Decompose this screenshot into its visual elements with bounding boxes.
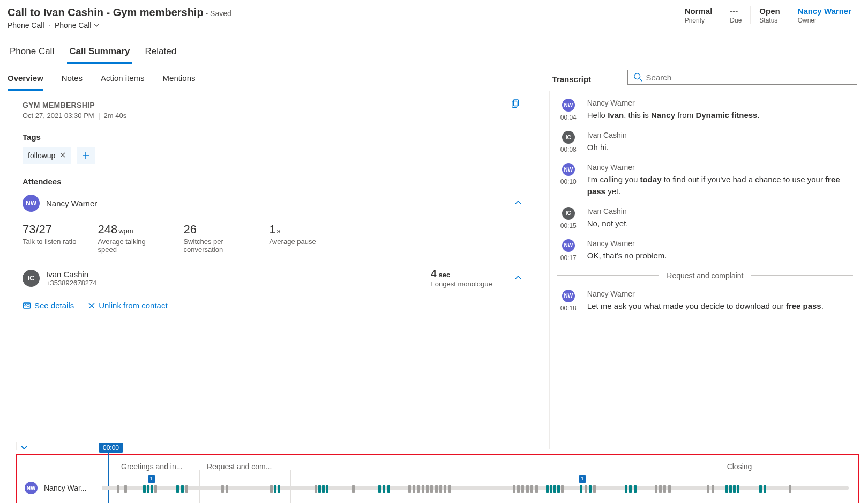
tab-phone-call[interactable]: Phone Call: [8, 44, 56, 64]
svg-point-0: [634, 73, 640, 79]
timeline-tick: [151, 485, 153, 493]
add-tag-button[interactable]: [77, 147, 95, 164]
transcript-entry[interactable]: IC 00:08 Ivan Cashin Oh hi.: [557, 131, 853, 153]
timeline-tick: [521, 485, 524, 493]
header-status-status[interactable]: OpenStatus: [751, 6, 789, 24]
timeline-tick: [712, 485, 714, 493]
header-status-due[interactable]: ---Due: [721, 6, 751, 24]
chevron-down-icon[interactable]: [93, 21, 100, 30]
expand-panel-button[interactable]: [16, 442, 32, 450]
timeline-segment-label: Greetings and in...: [121, 460, 207, 473]
transcript-time: 00:15: [560, 222, 577, 230]
overview-panel: GYM MEMBERSHIP Oct 27, 2021 03:30 PM | 2…: [8, 91, 550, 449]
timeline-tick: [387, 485, 390, 493]
transcript-entry[interactable]: IC 00:15 Ivan Cashin No, not yet.: [557, 207, 853, 230]
transcript-panel: NW 00:04 Nancy Warner Hello Ivan, this i…: [550, 91, 868, 449]
chevron-up-icon[interactable]: [514, 273, 522, 284]
close-icon[interactable]: [59, 151, 66, 160]
timeline-tick: [517, 485, 520, 493]
transcript-time: 00:08: [560, 146, 577, 153]
overview-subtabs: OverviewNotesAction itemsMentions: [0, 64, 547, 91]
timeline-tick: [655, 485, 657, 493]
transcript-speaker: Nancy Warner: [587, 290, 853, 298]
search-input[interactable]: [627, 70, 857, 85]
see-details-link[interactable]: See details: [23, 301, 74, 310]
close-icon: [88, 302, 95, 309]
unlink-contact-link[interactable]: Unlink from contact: [88, 301, 167, 310]
timeline-tick: [226, 485, 228, 493]
entity-breadcrumb[interactable]: Phone Call · Phone Call: [8, 21, 231, 30]
timeline-tick: [426, 485, 429, 493]
timeline-tick: [154, 485, 157, 493]
timeline-tick: [274, 485, 276, 493]
timeline-tick: [417, 485, 420, 493]
search-icon: [633, 72, 643, 82]
transcript-text: No, not yet.: [587, 218, 853, 230]
timeline-tick: [430, 485, 433, 493]
transcript-speaker: Ivan Cashin: [587, 207, 853, 216]
timeline-tick: [383, 485, 385, 493]
transcript-entry[interactable]: NW 00:10 Nancy Warner I'm calling you to…: [557, 163, 853, 197]
avatar: NW: [23, 195, 40, 212]
timeline-tick: [439, 485, 442, 493]
call-timeline[interactable]: 00:00 Greetings and in...Request and com…: [16, 454, 859, 503]
playhead[interactable]: [108, 453, 109, 503]
transcript-entry[interactable]: NW 00:18 Nancy Warner Let me ask you wha…: [557, 290, 853, 312]
timeline-tick: [147, 485, 149, 493]
transcript-text: I'm calling you today to find out if you…: [587, 174, 853, 197]
timeline-tick: [535, 485, 538, 493]
timeline-track[interactable]: 11: [102, 486, 849, 490]
search-field[interactable]: [646, 73, 851, 82]
transcript-text: Let me ask you what made you decide to d…: [587, 300, 853, 312]
timeline-marker[interactable]: 1: [579, 475, 586, 483]
timeline-tick: [725, 485, 728, 493]
transcript-text: OK, that's no problem.: [587, 250, 853, 262]
attendee-row[interactable]: NW Nancy Warner: [23, 195, 522, 212]
subtab-action-items[interactable]: Action items: [101, 73, 145, 91]
timeline-tick: [435, 485, 438, 493]
stat-card: 26Switches per conversation: [183, 223, 248, 254]
attendee-row[interactable]: IC Ivan Cashin +353892678274: [23, 270, 96, 287]
primary-tabs: Phone CallCall SummaryRelated: [0, 32, 868, 64]
timeline-marker[interactable]: 1: [148, 475, 155, 483]
timeline-tick: [181, 485, 184, 493]
transcript-heading: Transcript: [547, 65, 627, 90]
timeline-tick: [553, 485, 556, 493]
tab-call-summary[interactable]: Call Summary: [67, 44, 132, 64]
transcript-entry[interactable]: NW 00:04 Nancy Warner Hello Ivan, this i…: [557, 99, 853, 121]
subtab-overview[interactable]: Overview: [8, 73, 43, 91]
timeline-tick: [326, 485, 328, 493]
avatar: NW: [25, 482, 38, 494]
timeline-tick: [634, 485, 637, 493]
chevron-up-icon[interactable]: [514, 198, 522, 209]
subtab-notes[interactable]: Notes: [62, 73, 83, 91]
avatar: NW: [562, 99, 575, 112]
timeline-tick: [408, 485, 411, 493]
header-status-group: NormalPriority---DueOpenStatusNancy Warn…: [676, 6, 860, 24]
transcript-entry[interactable]: NW 00:17 Nancy Warner OK, that's no prob…: [557, 239, 853, 262]
segment-labels: Greetings and in...Request and com...Clo…: [121, 460, 849, 473]
subtab-mentions[interactable]: Mentions: [163, 73, 196, 91]
header-status-priority[interactable]: NormalPriority: [676, 6, 722, 24]
transcript-speaker: Ivan Cashin: [587, 131, 853, 139]
timeline-tick: [124, 485, 127, 493]
timeline-tick: [561, 485, 564, 493]
stat-card: 248wpmAverage talking speed: [98, 223, 162, 254]
svg-point-5: [25, 304, 26, 306]
timeline-segment-label: Request and com...: [207, 460, 298, 473]
timeline-tick: [668, 485, 671, 493]
tab-related[interactable]: Related: [143, 44, 179, 64]
header-status-owner[interactable]: Nancy WarnerOwner: [789, 6, 860, 24]
svg-rect-3: [512, 101, 517, 108]
attendee-name: Nancy Warner: [46, 199, 97, 208]
transcript-time: 00:18: [560, 305, 577, 312]
timeline-lane: NWNancy War...11: [25, 477, 849, 499]
timeline-tick: [143, 485, 146, 493]
copy-icon[interactable]: [511, 99, 520, 110]
attendees-heading: Attendees: [23, 177, 522, 186]
avatar: IC: [23, 270, 40, 287]
timeline-tick: [625, 485, 627, 493]
attendee-phone: +353892678274: [46, 279, 96, 287]
tag-chip[interactable]: followup: [23, 147, 71, 164]
timeline-tick: [413, 485, 415, 493]
